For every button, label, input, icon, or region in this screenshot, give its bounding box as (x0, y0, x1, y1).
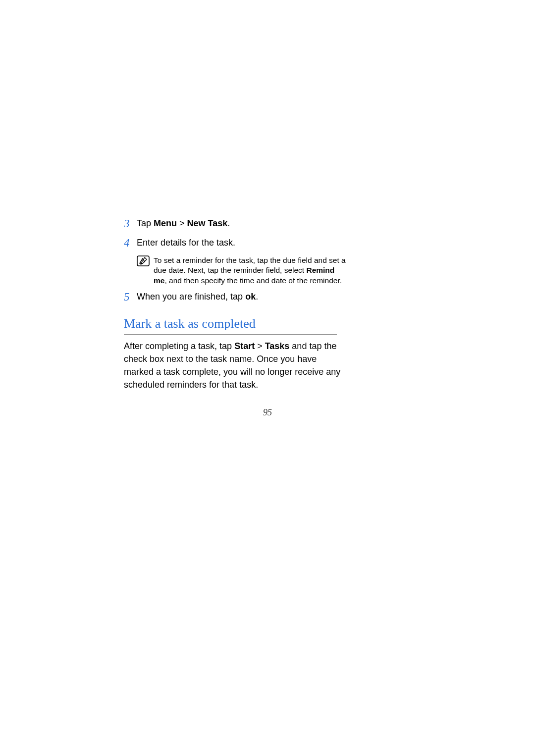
body-paragraph: After completing a task, tap Start > Tas… (124, 340, 342, 391)
step-number: 3 (124, 217, 137, 231)
step-number: 5 (124, 290, 137, 304)
note-text: To set a reminder for the task, tap the … (154, 255, 347, 287)
text-segment: > (255, 341, 265, 351)
bold-start: Start (234, 341, 255, 351)
bold-new-task: New Task (187, 218, 228, 228)
step-5: 5 When you are finished, tap ok. (124, 290, 347, 304)
step-text: Tap Menu > New Task. (137, 217, 347, 230)
svg-rect-0 (137, 256, 149, 266)
text-segment: When you are finished, tap (137, 292, 245, 302)
text-segment: Tap (137, 218, 154, 228)
step-4: 4 Enter details for the task. (124, 236, 347, 251)
text-segment: After completing a task, tap (124, 341, 234, 351)
bold-ok: ok (245, 292, 256, 302)
text-segment: > (177, 218, 187, 228)
step-text: When you are finished, tap ok. (137, 290, 347, 303)
page-number: 95 (0, 407, 535, 418)
bold-menu: Menu (154, 218, 177, 228)
step-text: Enter details for the task. (137, 236, 347, 249)
step-3: 3 Tap Menu > New Task. (124, 217, 347, 231)
text-segment: . (227, 218, 230, 228)
text-segment: , and then specify the time and date of … (164, 276, 342, 285)
content-area: 3 Tap Menu > New Task. 4 Enter details f… (124, 217, 347, 391)
step-number: 4 (124, 236, 137, 251)
note-block: To set a reminder for the task, tap the … (137, 255, 347, 287)
text-segment: . (256, 292, 258, 302)
bold-tasks: Tasks (265, 341, 290, 351)
page-container: 3 Tap Menu > New Task. 4 Enter details f… (0, 0, 535, 756)
section-heading: Mark a task as completed (124, 316, 337, 335)
note-icon (137, 255, 150, 266)
